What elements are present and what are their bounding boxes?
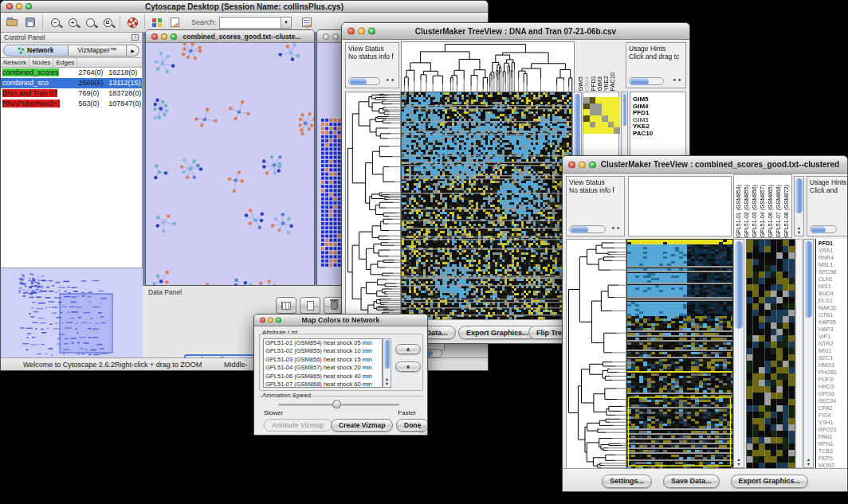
gene-label[interactable]: PFD1 — [819, 240, 848, 247]
main-titlebar[interactable]: Cytoscape Desktop (Session Name: collins… — [1, 1, 488, 13]
matrix-cell[interactable] — [614, 122, 620, 128]
gene-label[interactable]: SEC1 — [819, 354, 848, 361]
tv1-array-dendrogram[interactable] — [401, 41, 575, 92]
gene-label[interactable]: NIS1 — [819, 283, 848, 290]
help-button[interactable] — [124, 14, 141, 30]
matrix-cell[interactable] — [614, 109, 620, 115]
zoom-button[interactable] — [276, 318, 281, 323]
gene-label[interactable]: SEC24 — [819, 397, 848, 404]
gene-label[interactable]: CPA2 — [819, 404, 848, 412]
gene-label[interactable]: MAK31 — [819, 304, 848, 311]
matrix-cell[interactable] — [595, 97, 602, 104]
scroll-thumb[interactable] — [811, 226, 826, 233]
matrix-cell[interactable] — [590, 122, 596, 128]
scroll-thumb[interactable] — [735, 241, 743, 329]
scroll-thumb[interactable] — [805, 241, 812, 318]
matrix-cell[interactable] — [583, 127, 590, 134]
search-input[interactable] — [219, 17, 281, 29]
resize-grip[interactable] — [419, 427, 426, 434]
matrix-cell[interactable] — [590, 127, 596, 134]
array-label[interactable]: PAC10 — [610, 72, 616, 91]
network-column-header[interactable]: Edges — [53, 58, 77, 67]
tv1-similarity-matrix[interactable] — [583, 97, 620, 134]
birdseye-view[interactable] — [1, 268, 142, 357]
scroll-arrows[interactable]: ◄► — [672, 76, 684, 84]
minimize-button[interactable] — [579, 161, 586, 168]
gene-label[interactable]: BUD4 — [819, 290, 848, 297]
gene-label[interactable]: RPO21 — [819, 426, 848, 433]
scroll-thumb[interactable] — [574, 94, 580, 158]
attribute-item[interactable]: GPL51-06 (GSM865) heat shock 40 min — [265, 373, 382, 381]
array-label[interactable]: GPL51-04 (GSM857) — [760, 185, 768, 237]
matrix-cell[interactable] — [602, 104, 608, 110]
gene-label[interactable]: RNR4 — [819, 254, 848, 261]
array-label[interactable]: GPL51-02 (GSM855) — [744, 185, 752, 237]
gene-label[interactable]: SPC98 — [819, 268, 848, 275]
attribute-list[interactable]: GPL51-01 (GSM854) heat shock 05 minGPL51… — [263, 338, 383, 388]
matrix-cell[interactable] — [614, 115, 620, 122]
vizmapper-button[interactable] — [148, 14, 166, 30]
attribute-item[interactable]: GPL51-01 (GSM854) heat shock 05 min — [265, 339, 382, 347]
scroll-thumb[interactable] — [630, 78, 649, 85]
birdseye-canvas[interactable] — [1, 268, 143, 357]
matrix-cell[interactable] — [614, 104, 620, 110]
move-up-button[interactable]: ∧ — [395, 344, 421, 354]
attribute-select-button[interactable] — [276, 297, 296, 314]
array-label[interactable]: GPL51-08 (GSM872) — [783, 185, 791, 237]
matrix-cell[interactable] — [583, 115, 590, 122]
matrix-cell[interactable] — [602, 127, 608, 134]
search-dropdown-button[interactable]: ▼ — [281, 17, 292, 29]
network-row[interactable]: RNAPuberNov2+| 563(0) 107847(0) — [1, 99, 142, 109]
gene-label[interactable]: VIP1 — [819, 333, 848, 340]
matrix-cell[interactable] — [590, 97, 596, 104]
gene-label[interactable]: PEP5 — [819, 455, 848, 462]
scroll-thumb[interactable] — [350, 78, 367, 85]
speed-slider-thumb[interactable] — [332, 400, 341, 408]
open-session-button[interactable] — [4, 14, 22, 30]
array-label[interactable]: GPL51-01 (GSM854) — [736, 185, 744, 237]
gene-label[interactable]: HRD3 — [819, 383, 848, 390]
matrix-cell[interactable] — [595, 109, 602, 115]
matrix-cell[interactable] — [583, 104, 590, 110]
attribute-list-vscrollbar[interactable]: ▲▼ — [383, 338, 391, 388]
gene-label[interactable]: YRA1 — [819, 247, 848, 254]
treeview2-titlebar[interactable]: ClusterMaker TreeView : combined_scores_… — [563, 156, 847, 174]
gene-label[interactable]: YSH1 — [819, 419, 848, 426]
gene-label[interactable]: ELG1 — [819, 297, 848, 304]
treeview1-titlebar[interactable]: ClusterMaker TreeView : DNA and Tran 07-… — [342, 23, 689, 40]
scroll-arrows[interactable]: ▲▼ — [795, 225, 803, 235]
tv1-heatmap[interactable] — [401, 92, 572, 321]
scroll-arrows[interactable]: ◄► — [610, 224, 622, 232]
window-controls[interactable] — [6, 3, 32, 10]
minimize-button[interactable] — [161, 33, 167, 40]
gene-label[interactable]: MSI1 — [819, 347, 848, 354]
zoom-in-button[interactable]: + — [64, 14, 81, 30]
move-down-button[interactable]: ∨ — [395, 361, 421, 372]
matrix-cell[interactable] — [608, 122, 614, 128]
tv2-gene-dendrogram[interactable] — [566, 239, 626, 470]
gene-label[interactable]: MSL1 — [819, 261, 848, 268]
scroll-thumb[interactable] — [795, 178, 803, 213]
matrix-cell[interactable] — [608, 115, 614, 122]
matrix-cell[interactable] — [602, 97, 608, 104]
dialog-titlebar[interactable]: Map Colors to Network — [254, 315, 427, 326]
minimize-button[interactable] — [268, 318, 273, 323]
attribute-item[interactable]: GPL51-04 (GSM857) heat shock 20 min — [265, 364, 382, 372]
close-button[interactable] — [347, 28, 355, 35]
new-attribute-button[interactable] — [300, 297, 320, 314]
matrix-cell[interactable] — [590, 115, 596, 122]
tv2-heatmap-vscrollbar[interactable]: ▲▼ — [733, 239, 744, 468]
view-status-hscrollbar[interactable] — [348, 77, 380, 85]
close-button[interactable] — [323, 33, 329, 40]
create-vizmap-button[interactable]: Create Vizmap — [331, 419, 393, 432]
attribute-browser-button[interactable] — [298, 14, 316, 30]
matrix-cell[interactable] — [590, 109, 596, 115]
scroll-thumb[interactable] — [571, 226, 588, 233]
gene-label[interactable]: PAN1 — [819, 433, 848, 440]
scroll-arrows[interactable]: ▲▼ — [383, 377, 391, 386]
matrix-cell[interactable] — [595, 122, 602, 128]
matrix-cell[interactable] — [602, 109, 608, 115]
usage-hints-hscrollbar[interactable] — [810, 225, 837, 233]
network-window-1[interactable]: combined_scores_good.txt--cluste... — [145, 29, 315, 286]
gene-label[interactable]: PUF3 — [819, 376, 848, 383]
